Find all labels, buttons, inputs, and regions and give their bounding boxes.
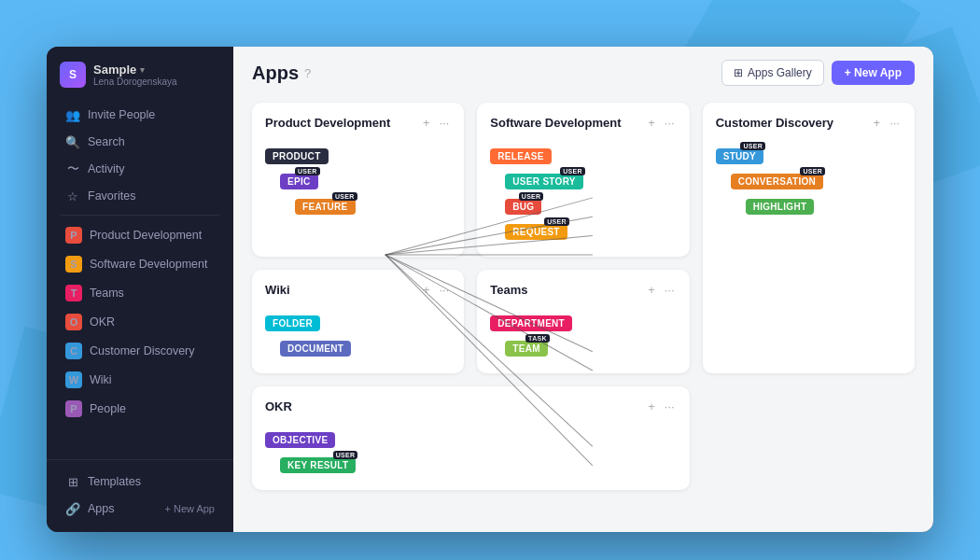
node-team: TEAM TASK xyxy=(505,339,676,357)
card-actions-software-development: + ··· xyxy=(646,116,676,130)
card-customer-discovery: Customer Discovery + ··· STUDY USER xyxy=(703,103,915,373)
product-development-icon: P xyxy=(65,227,82,244)
okr-icon: O xyxy=(65,314,82,330)
card-header-teams: Teams + ··· xyxy=(490,283,676,297)
node-folder: FOLDER xyxy=(265,314,451,331)
menu-button-teams[interactable]: ··· xyxy=(663,283,677,297)
card-okr: OKR + ··· OBJECTIVE KEY RESULT xyxy=(252,386,690,490)
sidebar-item-apps[interactable]: 🔗 Apps + New App xyxy=(52,496,228,522)
search-icon: 🔍 xyxy=(65,134,80,149)
sidebar-item-people[interactable]: P People xyxy=(52,395,228,423)
workspace-header[interactable]: S Sample ▾ Lena Dorogenskaya xyxy=(47,47,233,97)
software-development-icon: S xyxy=(65,256,82,273)
card-software-development: Software Development + ··· RELEASE USER xyxy=(477,103,689,257)
nodes-teams: DEPARTMENT TEAM TASK xyxy=(490,310,676,360)
node-highlight: HIGHLIGHT xyxy=(746,197,902,215)
invite-people-icon: 👥 xyxy=(65,107,80,122)
customer-discovery-icon: C xyxy=(65,343,82,359)
menu-button-wiki[interactable]: ··· xyxy=(437,283,451,297)
add-button-okr[interactable]: + xyxy=(646,399,657,413)
sidebar-item-activity[interactable]: 〜 Activity xyxy=(52,156,228,182)
menu-button-software-development[interactable]: ··· xyxy=(663,116,677,130)
node-department: DEPARTMENT xyxy=(490,314,676,331)
workspace-info: Sample ▾ Lena Dorogenskaya xyxy=(93,63,177,87)
card-actions-teams: + ··· xyxy=(646,283,676,297)
menu-button-okr[interactable]: ··· xyxy=(663,399,677,413)
add-button-customer-discovery[interactable]: + xyxy=(872,116,883,130)
card-header-customer-discovery: Customer Discovery + ··· xyxy=(716,116,902,130)
sidebar-item-wiki[interactable]: W Wiki xyxy=(52,366,228,394)
card-teams: Teams + ··· DEPARTMENT TEAM xyxy=(477,270,689,373)
card-title-okr: OKR xyxy=(265,399,292,413)
card-title-software-development: Software Development xyxy=(490,116,621,130)
node-conversation: CONVERSATION USER xyxy=(731,172,902,189)
header-actions: ⊞ Apps Gallery + New App xyxy=(721,60,915,86)
add-button-teams[interactable]: + xyxy=(646,283,657,297)
node-feature-row: FEATURE USER xyxy=(295,197,451,215)
workspace-logo: S xyxy=(60,62,86,88)
card-actions-wiki: + ··· xyxy=(421,283,451,297)
node-request: REQUEST USER xyxy=(505,222,676,240)
card-title-customer-discovery: Customer Discovery xyxy=(716,116,833,130)
node-keyresult: KEY RESULT USER xyxy=(280,455,677,473)
sidebar-item-favorites[interactable]: ☆ Favorites xyxy=(52,183,228,209)
workspace-user: Lena Dorogenskaya xyxy=(93,77,177,87)
add-button-product-development[interactable]: + xyxy=(421,116,432,130)
grid-icon: ⊞ xyxy=(734,66,743,79)
apps-icon: 🔗 xyxy=(65,501,80,516)
add-button-wiki[interactable]: + xyxy=(421,283,432,297)
card-product-development: Product Development + ··· PRODUCT EPIC xyxy=(252,103,464,257)
sidebar-bottom: ⊞ Templates 🔗 Apps + New App xyxy=(47,459,233,532)
wiki-icon: W xyxy=(65,371,82,388)
sidebar-item-okr[interactable]: O OKR xyxy=(52,308,228,336)
nodes-wiki: FOLDER DOCUMENT xyxy=(265,310,451,360)
new-app-button[interactable]: + New App xyxy=(832,61,915,85)
main-window: S Sample ▾ Lena Dorogenskaya 👥 Invite Pe… xyxy=(47,47,933,532)
templates-icon: ⊞ xyxy=(65,474,80,489)
node-epic-row: EPIC USER xyxy=(280,172,451,189)
menu-button-product-development[interactable]: ··· xyxy=(437,116,451,130)
sidebar-divider xyxy=(60,215,220,216)
sidebar-item-templates[interactable]: ⊞ Templates xyxy=(52,469,228,495)
sidebar-item-product-development[interactable]: P Product Development xyxy=(52,221,228,249)
node-release: RELEASE xyxy=(490,147,676,164)
sidebar-item-teams[interactable]: T Teams xyxy=(52,279,228,307)
card-title-wiki: Wiki xyxy=(265,283,290,297)
node-userstory: USER STORY USER xyxy=(505,172,676,189)
apps-gallery-button[interactable]: ⊞ Apps Gallery xyxy=(721,60,824,86)
node-bug: BUG USER xyxy=(505,197,676,215)
card-actions-customer-discovery: + ··· xyxy=(872,116,902,130)
sidebar-nav: 👥 Invite People 🔍 Search 〜 Activity ☆ Fa… xyxy=(47,97,233,427)
nodes-customer-discovery: STUDY USER CONVERSATION USER HIGHLIGHT xyxy=(716,143,902,218)
card-actions-product-development: + ··· xyxy=(421,116,451,130)
card-actions-okr: + ··· xyxy=(646,399,676,413)
help-icon[interactable]: ? xyxy=(304,66,311,80)
main-header: Apps ? ⊞ Apps Gallery + New App xyxy=(233,47,933,95)
node-objective: OBJECTIVE xyxy=(265,430,677,448)
sidebar-item-invite-people[interactable]: 👥 Invite People xyxy=(52,102,228,128)
page-title: Apps ? xyxy=(252,63,311,84)
sidebar: S Sample ▾ Lena Dorogenskaya 👥 Invite Pe… xyxy=(47,47,233,532)
chevron-down-icon: ▾ xyxy=(140,65,145,75)
nodes-software-development: RELEASE USER STORY USER BUG USER xyxy=(490,143,676,244)
card-header-product-development: Product Development + ··· xyxy=(265,116,451,130)
add-button-software-development[interactable]: + xyxy=(646,116,657,130)
teams-icon: T xyxy=(65,285,82,301)
new-app-sidebar-label[interactable]: + New App xyxy=(164,503,215,514)
sidebar-item-search[interactable]: 🔍 Search xyxy=(52,129,228,155)
node-product: PRODUCT xyxy=(265,147,451,164)
nodes-product-development: PRODUCT EPIC USER FEATURE USER xyxy=(265,143,451,218)
favorites-icon: ☆ xyxy=(65,189,80,203)
menu-button-customer-discovery[interactable]: ··· xyxy=(888,116,902,130)
card-title-teams: Teams xyxy=(490,283,527,297)
nodes-okr: OBJECTIVE KEY RESULT USER xyxy=(265,427,677,477)
workspace-name: Sample ▾ xyxy=(93,63,177,77)
card-header-wiki: Wiki + ··· xyxy=(265,283,451,297)
node-document: DOCUMENT xyxy=(280,339,451,357)
card-header-okr: OKR + ··· xyxy=(265,399,677,413)
sidebar-item-customer-discovery[interactable]: C Customer Discovery xyxy=(52,337,228,365)
card-header-software-development: Software Development + ··· xyxy=(490,116,676,130)
node-study: STUDY USER xyxy=(716,147,902,164)
sidebar-item-software-development[interactable]: S Software Development xyxy=(52,250,228,278)
card-title-product-development: Product Development xyxy=(265,116,390,130)
